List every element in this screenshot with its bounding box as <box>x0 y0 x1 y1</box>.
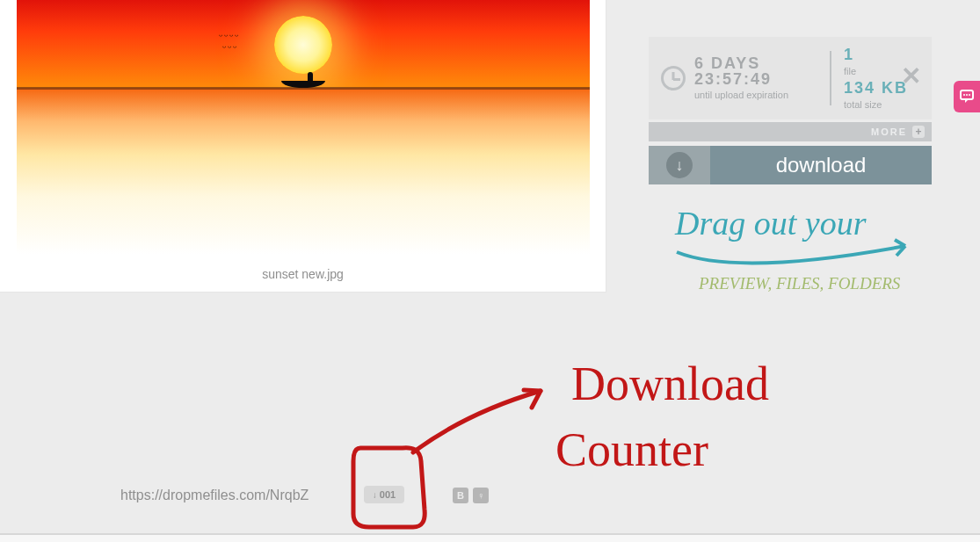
download-arrow-icon: ↓ <box>666 152 693 178</box>
social-vk-icon[interactable]: B <box>453 488 468 503</box>
preview-card: ᵕᵕᵕᵕ ᵕᵕᵕ sunset new.jpg <box>0 0 606 293</box>
illustration-boat <box>281 74 325 88</box>
drag-hint-top: Drag out your <box>674 205 867 242</box>
svg-point-3 <box>969 94 970 96</box>
expiration-label: until upload expiration <box>694 90 817 101</box>
chat-icon <box>959 89 975 105</box>
download-label: download <box>710 146 932 184</box>
download-button[interactable]: ↓ download <box>649 146 932 184</box>
annotation-text-2: Counter <box>555 423 708 476</box>
total-size-label: total size <box>844 99 919 111</box>
expiration-block: 6 DAYS 23:57:49 until upload expiration <box>694 55 817 102</box>
page-bottom-edge <box>0 533 980 542</box>
social-ok-icon[interactable]: ♀ <box>473 488 489 503</box>
illustration-sun <box>274 16 332 74</box>
download-icon-wrap: ↓ <box>649 146 710 184</box>
svg-point-1 <box>963 94 965 96</box>
info-divider <box>830 51 831 105</box>
days-remaining: 6 DAYS <box>694 55 817 72</box>
preview-filename: sunset new.jpg <box>0 267 606 281</box>
share-url[interactable]: https://dropmefiles.com/NrqbZ <box>120 488 309 503</box>
feedback-tab[interactable] <box>954 81 980 112</box>
drag-arrow-line <box>677 246 905 263</box>
social-icons: B ♀ <box>453 488 489 503</box>
plus-icon: + <box>912 126 925 138</box>
preview-image[interactable]: ᵕᵕᵕᵕ ᵕᵕᵕ <box>17 0 590 255</box>
illustration-birds: ᵕᵕᵕᵕ ᵕᵕᵕ <box>219 31 240 54</box>
close-icon[interactable]: ✕ <box>901 61 921 90</box>
download-counter-arrow-icon: ↓ <box>373 490 377 500</box>
upload-info-box: 6 DAYS 23:57:49 until upload expiration … <box>649 37 932 119</box>
time-remaining: 23:57:49 <box>694 71 817 88</box>
drag-hint-bottom: PREVIEW, FILES, FOLDERS <box>698 274 901 293</box>
annotation-text-1: Download <box>571 358 769 410</box>
clock-icon <box>661 66 686 90</box>
svg-point-2 <box>966 94 968 96</box>
download-counter-value: 001 <box>380 489 396 500</box>
download-counter-badge: ↓ 001 <box>364 486 404 503</box>
drag-hint: Drag out your PREVIEW, FILES, FOLDERS <box>650 198 932 307</box>
more-label: MORE <box>871 126 907 137</box>
illustration-water <box>17 88 590 255</box>
more-toggle[interactable]: MORE + <box>649 122 932 141</box>
